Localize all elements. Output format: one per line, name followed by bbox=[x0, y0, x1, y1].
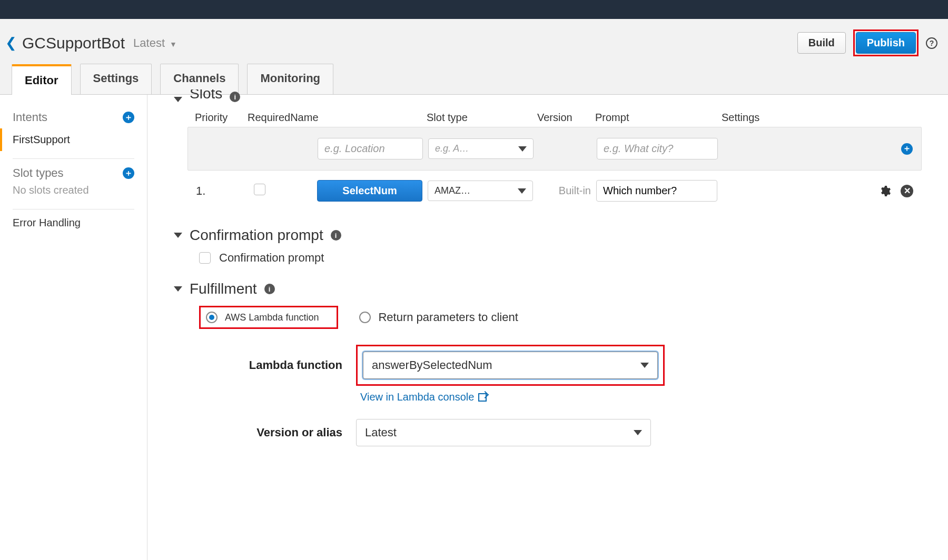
chevron-down-icon bbox=[640, 363, 649, 368]
help-icon[interactable]: ? bbox=[926, 37, 937, 49]
priority-cell: 1. bbox=[196, 184, 249, 198]
slot-name-chip[interactable]: SelectNum bbox=[317, 180, 422, 202]
slot-row-1: 1. SelectNum AMAZ… Built-in ✕ bbox=[187, 171, 922, 211]
slot-prompt-value[interactable] bbox=[596, 180, 717, 202]
info-icon[interactable]: i bbox=[230, 92, 240, 102]
slot-type-placeholder: e.g. A… bbox=[435, 143, 469, 154]
no-slots-label: No slots created bbox=[0, 184, 147, 202]
version-alias-value: Latest bbox=[365, 426, 397, 439]
delete-slot-icon[interactable]: ✕ bbox=[901, 185, 913, 197]
breadcrumb-bar: ❮ GCSupportBot Latest ▼ Build Publish ? bbox=[0, 19, 948, 64]
collapse-toggle-icon[interactable] bbox=[174, 97, 182, 102]
lambda-select-highlight: answerBySelectedNum bbox=[356, 345, 665, 386]
sidebar-item-firstsupport[interactable]: FirstSupport bbox=[0, 128, 147, 151]
slot-columns-row: Priority RequiredName Slot type Version … bbox=[195, 112, 922, 124]
back-caret-icon[interactable]: ❮ bbox=[5, 35, 17, 51]
divider bbox=[13, 209, 134, 209]
chevron-down-icon bbox=[634, 430, 642, 435]
col-required-name: RequiredName bbox=[248, 112, 421, 124]
radio-lambda-label: AWS Lambda function bbox=[225, 312, 319, 323]
col-prompt: Prompt bbox=[595, 112, 716, 124]
slot-prompt-input[interactable] bbox=[597, 138, 718, 159]
confirmation-section: Confirmation prompt i Confirmation promp… bbox=[174, 227, 922, 265]
gear-icon[interactable] bbox=[878, 185, 891, 197]
radio-lambda[interactable] bbox=[206, 312, 218, 323]
confirmation-checkbox[interactable] bbox=[199, 252, 211, 264]
slot-type-value: AMAZ… bbox=[434, 185, 470, 196]
publish-highlight: Publish bbox=[853, 29, 919, 56]
col-priority: Priority bbox=[195, 112, 248, 124]
info-icon[interactable]: i bbox=[331, 230, 341, 241]
slots-section-header: Slots i bbox=[174, 89, 922, 102]
chevron-down-icon bbox=[518, 146, 527, 152]
required-checkbox[interactable] bbox=[254, 184, 265, 195]
aws-top-nav bbox=[0, 0, 948, 19]
col-version: Version bbox=[537, 112, 590, 124]
view-lambda-text: View in Lambda console bbox=[360, 391, 474, 403]
version-label: Latest bbox=[133, 36, 165, 49]
version-cell: Built-in bbox=[538, 185, 591, 197]
external-link-icon bbox=[478, 393, 487, 402]
intents-heading: Intents bbox=[13, 111, 47, 124]
add-slot-type-button[interactable]: ＋ bbox=[123, 167, 134, 179]
tab-editor[interactable]: Editor bbox=[12, 64, 72, 95]
slot-type-select[interactable]: e.g. A… bbox=[428, 138, 534, 159]
collapse-toggle-icon[interactable] bbox=[174, 233, 182, 238]
view-lambda-link[interactable]: View in Lambda console bbox=[360, 391, 922, 403]
build-button[interactable]: Build bbox=[797, 32, 846, 54]
slot-type-cell[interactable]: AMAZ… bbox=[428, 181, 533, 201]
col-settings: Settings bbox=[722, 112, 922, 124]
confirmation-title: Confirmation prompt bbox=[190, 227, 323, 244]
add-intent-button[interactable]: ＋ bbox=[123, 112, 134, 123]
version-selector[interactable]: Latest ▼ bbox=[130, 36, 177, 50]
bot-name: GCSupportBot bbox=[22, 34, 125, 52]
radio-return-label: Return parameters to client bbox=[378, 311, 518, 324]
radio-return[interactable] bbox=[359, 312, 371, 323]
col-slot-type: Slot type bbox=[427, 112, 532, 124]
slot-types-heading: Slot types bbox=[13, 166, 64, 180]
add-slot-button[interactable]: ＋ bbox=[901, 143, 913, 155]
publish-button[interactable]: Publish bbox=[856, 32, 916, 54]
version-alias-select[interactable]: Latest bbox=[356, 419, 651, 446]
sidebar-item-error-handling[interactable]: Error Handling bbox=[13, 217, 81, 228]
collapse-toggle-icon[interactable] bbox=[174, 286, 182, 292]
tab-settings[interactable]: Settings bbox=[80, 64, 152, 94]
divider bbox=[13, 158, 134, 159]
lambda-function-select[interactable]: answerBySelectedNum bbox=[363, 352, 658, 379]
info-icon[interactable]: i bbox=[264, 284, 275, 294]
confirmation-checkbox-label: Confirmation prompt bbox=[219, 251, 324, 265]
lambda-function-value: answerBySelectedNum bbox=[372, 358, 492, 372]
version-alias-label: Version or alias bbox=[221, 426, 342, 439]
main-panel: Slots i Priority RequiredName Slot type … bbox=[147, 95, 948, 560]
fulfillment-section: Fulfillment i AWS Lambda function Return… bbox=[174, 281, 922, 446]
fulfillment-title: Fulfillment bbox=[190, 281, 257, 297]
slot-name-input[interactable] bbox=[318, 138, 423, 159]
slots-title: Slots bbox=[190, 89, 222, 102]
slot-new-row: e.g. A… ＋ bbox=[187, 127, 922, 171]
chevron-down-icon bbox=[518, 188, 526, 194]
lambda-radio-highlight: AWS Lambda function bbox=[199, 306, 338, 329]
lambda-function-label: Lambda function bbox=[221, 358, 342, 372]
chevron-down-icon: ▼ bbox=[170, 40, 177, 48]
sidebar: Intents ＋ FirstSupport Slot types ＋ No s… bbox=[0, 95, 147, 560]
